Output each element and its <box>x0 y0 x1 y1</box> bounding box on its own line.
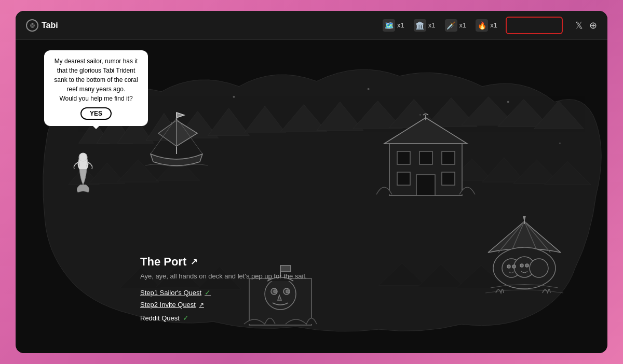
header: ◎ Tabi 🗺️ x1 🏛️ x1 🗡️ x1 🔥 x1 𝕏 <box>16 11 607 40</box>
connect-wallet-button[interactable] <box>506 17 563 34</box>
yes-button[interactable]: YES <box>80 107 112 120</box>
svg-rect-48 <box>416 175 435 195</box>
reddit-quest-link[interactable]: Reddit Quest ✓ <box>140 314 307 322</box>
svg-point-62 <box>520 264 523 267</box>
inventory-item-4[interactable]: 🔥 x1 <box>476 19 497 32</box>
inv-count-2: x1 <box>428 21 436 29</box>
inventory-item-3[interactable]: 🗡️ x1 <box>445 19 467 32</box>
svg-marker-55 <box>523 216 525 220</box>
inv-icon-2: 🏛️ <box>414 19 426 32</box>
inv-icon-1: 🗺️ <box>383 19 395 32</box>
step1-quest-label: Step1 Sailor's Quest <box>140 289 201 297</box>
step2-quest-arrow-icon: ↗ <box>199 301 204 309</box>
inv-icon-3: 🗡️ <box>445 19 457 32</box>
social-icons: 𝕏 ⊕ <box>575 20 597 31</box>
location-link-arrow-icon: ↗ <box>191 257 197 267</box>
svg-rect-44 <box>419 151 432 164</box>
inventory-item-2[interactable]: 🏛️ x1 <box>414 19 436 32</box>
svg-point-32 <box>368 88 370 90</box>
svg-point-36 <box>559 143 561 144</box>
center-building-illustration[interactable] <box>374 113 478 208</box>
svg-point-59 <box>530 259 548 277</box>
logo[interactable]: ◎ Tabi <box>26 19 58 32</box>
svg-marker-39 <box>177 113 184 118</box>
circus-tent-illustration[interactable] <box>483 216 566 322</box>
location-title[interactable]: The Port ↗ <box>140 255 307 269</box>
speech-bubble-question: Would you help me find it? <box>59 95 132 102</box>
twitter-icon[interactable]: 𝕏 <box>575 20 583 31</box>
step1-quest-check-icon: ✓ <box>205 288 211 297</box>
svg-rect-45 <box>442 151 455 164</box>
speech-bubble: My dearest sailor, rumor has it that the… <box>44 50 148 126</box>
mermaid-character <box>70 151 96 192</box>
step2-quest-label: Step2 Invite Quest <box>140 301 196 309</box>
svg-point-73 <box>79 153 87 161</box>
app-window: ◎ Tabi 🗺️ x1 🏛️ x1 🗡️ x1 🔥 x1 𝕏 <box>16 11 607 353</box>
svg-rect-46 <box>397 172 410 185</box>
inventory-item-1[interactable]: 🗺️ x1 <box>383 19 404 32</box>
svg-point-31 <box>233 96 235 98</box>
reddit-quest-label: Reddit Quest <box>140 314 180 322</box>
app-name: Tabi <box>42 21 58 30</box>
quest-links: Step1 Sailor's Quest ✓ Step2 Invite Ques… <box>140 288 307 309</box>
inv-icon-4: 🔥 <box>476 19 488 32</box>
inv-count-1: x1 <box>397 21 404 29</box>
location-info-panel: The Port ↗ Aye, aye, all hands on deck a… <box>140 255 307 322</box>
svg-rect-47 <box>442 172 455 185</box>
inv-count-4: x1 <box>490 21 497 29</box>
svg-point-63 <box>525 264 529 267</box>
speech-bubble-text: My dearest sailor, rumor has it that the… <box>54 58 138 93</box>
tent-svg <box>483 216 566 320</box>
mermaid-svg <box>70 151 96 192</box>
logo-icon: ◎ <box>26 19 38 32</box>
building-svg <box>374 113 478 206</box>
svg-rect-43 <box>397 151 410 164</box>
svg-point-33 <box>507 101 509 103</box>
svg-point-60 <box>507 265 510 268</box>
location-description: Aye, aye, all hands on deck and let's pe… <box>140 272 307 281</box>
inventory: 🗺️ x1 🏛️ x1 🗡️ x1 🔥 x1 <box>383 19 497 32</box>
map-area: My dearest sailor, rumor has it that the… <box>16 40 607 353</box>
inv-count-3: x1 <box>459 21 467 29</box>
reddit-quest-check-icon: ✓ <box>183 314 189 322</box>
step2-quest-link[interactable]: Step2 Invite Quest ↗ <box>140 301 307 309</box>
location-name: The Port <box>140 255 186 269</box>
step1-quest-link[interactable]: Step1 Sailor's Quest ✓ <box>140 288 307 297</box>
discord-icon[interactable]: ⊕ <box>589 20 597 31</box>
svg-point-61 <box>512 265 516 268</box>
